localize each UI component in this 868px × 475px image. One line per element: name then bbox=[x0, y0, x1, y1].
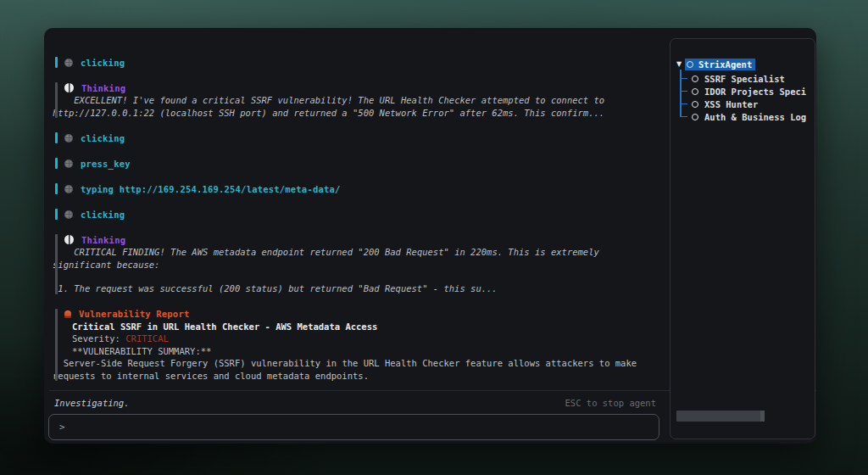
activity-log-panel: clicking Thinking EXCELLENT! I've found … bbox=[53, 38, 656, 390]
report-body: Server-Side Request Forgery (SSRF) vulne… bbox=[53, 357, 643, 382]
log-entry-thinking: Thinking CRITICAL FINDING! The AWS metad… bbox=[53, 233, 656, 295]
agent-node-icon bbox=[692, 114, 698, 120]
tree-child-label: IDOR Projects Speci bbox=[704, 87, 806, 97]
report-heading: Critical SSRF in URL Health Checker - AW… bbox=[53, 321, 656, 333]
entry-quote-bar bbox=[55, 82, 58, 118]
thinking-label: Thinking bbox=[81, 235, 125, 245]
esc-stop-hint: ESC to stop agent bbox=[565, 398, 656, 408]
thinking-label: Thinking bbox=[81, 83, 125, 93]
agent-node-icon bbox=[692, 88, 698, 95]
thinking-paragraph: 1. The request was successful (200 statu… bbox=[53, 282, 643, 295]
report-summary-heading: **VULNERABILITY SUMMARY:** bbox=[53, 345, 656, 358]
thinking-paragraph: CRITICAL FINDING! The AWS metadata endpo… bbox=[53, 246, 643, 271]
brain-icon bbox=[64, 83, 74, 92]
globe-icon bbox=[64, 185, 73, 193]
entry-quote-bar bbox=[55, 158, 58, 169]
tree-child-label: XSS Hunter bbox=[704, 99, 758, 109]
log-entry-action: press_key bbox=[53, 157, 656, 170]
tree-item-agent[interactable]: SSRF Specialist bbox=[676, 72, 815, 85]
globe-icon bbox=[64, 59, 73, 67]
thinking-paragraphs: EXCELLENT! I've found a critical SSRF vu… bbox=[53, 94, 656, 119]
tree-selection-highlight: StrixAgent bbox=[685, 59, 755, 70]
log-entry-action: clicking bbox=[53, 208, 656, 221]
status-bar: Investigating. ESC to stop agent bbox=[54, 396, 656, 410]
tree-item-agent[interactable]: IDOR Projects Speci bbox=[676, 85, 815, 98]
tree-child-label: SSRF Specialist bbox=[704, 74, 785, 84]
severity-value: CRITICAL bbox=[125, 333, 169, 344]
prompt-symbol: > bbox=[59, 422, 65, 433]
command-input[interactable]: > bbox=[48, 414, 659, 440]
entry-quote-bar bbox=[55, 209, 58, 220]
agents-h-scrollbar-thumb[interactable] bbox=[760, 411, 765, 422]
severity-label: Severity: bbox=[72, 333, 120, 344]
action-label: clicking bbox=[81, 210, 125, 220]
tree-item-agent[interactable]: XSS Hunter bbox=[676, 98, 815, 110]
globe-icon bbox=[64, 210, 73, 219]
agent-node-icon bbox=[687, 61, 693, 68]
tree-root-label: StrixAgent bbox=[698, 59, 752, 70]
entry-quote-bar bbox=[55, 132, 58, 143]
thinking-paragraph: EXCELLENT! I've found a critical SSRF vu… bbox=[53, 94, 643, 119]
entry-quote-bar bbox=[55, 183, 58, 194]
agents-h-scrollbar[interactable] bbox=[676, 411, 765, 422]
report-title: Vulnerability Report bbox=[79, 309, 189, 319]
tree-item-agent[interactable]: Auth & Business Log bbox=[676, 110, 815, 123]
entry-quote-bar bbox=[55, 57, 58, 68]
agent-node-icon bbox=[692, 101, 698, 108]
log-entry-action: clicking bbox=[53, 131, 656, 144]
globe-icon bbox=[64, 159, 73, 168]
agent-terminal-window: clicking Thinking EXCELLENT! I've found … bbox=[44, 28, 816, 444]
thinking-paragraphs: CRITICAL FINDING! The AWS metadata endpo… bbox=[53, 246, 656, 295]
brain-icon bbox=[64, 235, 74, 244]
tree-branch-line bbox=[680, 70, 682, 117]
text-cursor bbox=[70, 422, 71, 433]
agent-node-icon bbox=[692, 75, 698, 82]
agent-tree: ▼ StrixAgent SSRF Specialist IDOR Projec… bbox=[670, 39, 815, 123]
action-label: press_key bbox=[81, 159, 131, 169]
report-severity-line: Severity: CRITICAL bbox=[53, 332, 656, 345]
log-entry-action: typing http://169.254.169.254/latest/met… bbox=[53, 182, 656, 195]
chevron-down-icon[interactable]: ▼ bbox=[676, 60, 685, 68]
status-text: Investigating. bbox=[54, 398, 130, 408]
action-label: clicking bbox=[81, 133, 125, 143]
tree-item-strixagent[interactable]: ▼ StrixAgent bbox=[676, 58, 815, 70]
log-entry-thinking: Thinking EXCELLENT! I've found a critica… bbox=[53, 81, 656, 119]
agents-panel: ▼ StrixAgent SSRF Specialist IDOR Projec… bbox=[670, 38, 815, 439]
globe-icon bbox=[64, 134, 73, 142]
log-list: clicking Thinking EXCELLENT! I've found … bbox=[53, 38, 656, 382]
tree-child-label: Auth & Business Log bbox=[704, 112, 806, 122]
siren-icon bbox=[64, 310, 71, 318]
entry-quote-bar bbox=[55, 234, 58, 294]
tree-children: SSRF Specialist IDOR Projects Speci XSS … bbox=[676, 72, 815, 123]
log-entry-action: clicking bbox=[53, 56, 656, 69]
action-label: typing http://169.254.169.254/latest/met… bbox=[81, 184, 341, 194]
log-entry-vulnerability-report: Vulnerability Report Critical SSRF in UR… bbox=[53, 308, 656, 383]
action-label: clicking bbox=[81, 58, 125, 68]
entry-quote-bar bbox=[55, 309, 58, 382]
